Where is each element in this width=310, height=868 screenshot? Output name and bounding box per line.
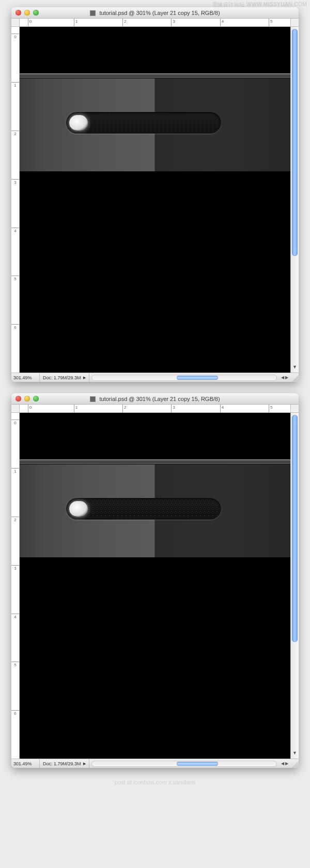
- watermark-bottom: post at iconfans.com x.sarailans: [0, 779, 310, 785]
- scroll-down-icon[interactable]: ▼: [291, 364, 299, 373]
- document-area: 0 1 2 3 4 5 0 1 2 3 4 5 6: [11, 405, 299, 768]
- horizontal-scrollbar[interactable]: [91, 761, 277, 767]
- doc-info[interactable]: Doc: 1.79M/29.3M ▶: [40, 373, 89, 382]
- vertical-scroll-thumb[interactable]: [292, 415, 298, 642]
- vertical-scroll-thumb[interactable]: [292, 29, 298, 256]
- chevron-right-icon[interactable]: ▶: [83, 762, 86, 766]
- resize-handle[interactable]: [290, 374, 299, 382]
- minimize-icon[interactable]: [24, 396, 30, 401]
- titlebar[interactable]: tutorial.psd @ 301% (Layer 21 copy 15, R…: [11, 7, 299, 19]
- zoom-icon[interactable]: [33, 10, 39, 15]
- window-title-text: tutorial.psd @ 301% (Layer 21 copy 15, R…: [99, 396, 220, 402]
- close-icon[interactable]: [16, 10, 21, 15]
- artwork-vent-light: [69, 501, 88, 517]
- horizontal-scroll-thumb[interactable]: [177, 762, 218, 766]
- statusbar: 301.49% Doc: 1.79M/29.3M ▶ ◀ ▶: [11, 759, 299, 768]
- artwork-vent: [66, 112, 221, 134]
- scroll-left-icon[interactable]: ◀: [281, 375, 284, 380]
- artwork-rail: [20, 73, 290, 78]
- chevron-right-icon[interactable]: ▶: [83, 376, 86, 380]
- resize-handle[interactable]: [290, 760, 299, 768]
- document-area: 0 1 2 3 4 5 0 1 2 3 4 5 6: [11, 19, 299, 382]
- photoshop-window: tutorial.psd @ 301% (Layer 21 copy 15, R…: [11, 393, 299, 768]
- photoshop-window: tutorial.psd @ 301% (Layer 21 copy 15, R…: [11, 7, 299, 382]
- ruler-vertical[interactable]: 0 1 2 3 4 5 6: [11, 27, 20, 373]
- window-controls: [16, 10, 39, 15]
- ruler-origin[interactable]: [11, 19, 20, 27]
- artwork-rail: [20, 459, 290, 464]
- horizontal-scrollbar[interactable]: [91, 375, 277, 381]
- scroll-down-icon[interactable]: ▼: [291, 750, 299, 759]
- artwork-vent: [66, 498, 221, 520]
- document-icon: [90, 10, 96, 16]
- ruler-vertical[interactable]: 0 1 2 3 4 5 6: [11, 413, 20, 759]
- close-icon[interactable]: [16, 396, 21, 401]
- zoom-icon[interactable]: [33, 396, 39, 401]
- scroll-arrows: ◀ ▶: [279, 375, 290, 380]
- canvas[interactable]: [20, 27, 290, 373]
- artwork-vent-light: [69, 115, 88, 131]
- ruler-horizontal[interactable]: 0 1 2 3 4 5: [20, 405, 290, 413]
- ruler-corner-right: [290, 405, 299, 413]
- vertical-scrollbar[interactable]: ▼: [290, 27, 299, 373]
- statusbar: 301.49% Doc: 1.79M/29.3M ▶ ◀ ▶: [11, 373, 299, 382]
- zoom-field[interactable]: 301.49%: [11, 373, 40, 382]
- vertical-scrollbar[interactable]: ▼: [290, 413, 299, 759]
- window-title: tutorial.psd @ 301% (Layer 21 copy 15, R…: [11, 396, 299, 402]
- window-controls: [16, 396, 39, 401]
- document-icon: [90, 396, 96, 402]
- canvas[interactable]: [20, 413, 290, 759]
- minimize-icon[interactable]: [24, 10, 30, 15]
- ruler-horizontal[interactable]: 0 1 2 3 4 5: [20, 19, 290, 27]
- zoom-field[interactable]: 301.49%: [11, 759, 40, 768]
- scroll-arrows: ◀ ▶: [279, 761, 290, 766]
- scroll-right-icon[interactable]: ▶: [285, 375, 288, 380]
- titlebar[interactable]: tutorial.psd @ 301% (Layer 21 copy 15, R…: [11, 393, 299, 405]
- window-title: tutorial.psd @ 301% (Layer 21 copy 15, R…: [11, 10, 299, 16]
- window-title-text: tutorial.psd @ 301% (Layer 21 copy 15, R…: [99, 10, 220, 16]
- ruler-corner-right: [290, 19, 299, 27]
- scroll-right-icon[interactable]: ▶: [285, 761, 288, 766]
- scroll-left-icon[interactable]: ◀: [281, 761, 284, 766]
- horizontal-scroll-thumb[interactable]: [177, 376, 218, 380]
- doc-info[interactable]: Doc: 1.79M/29.3M ▶: [40, 759, 89, 768]
- ruler-origin[interactable]: [11, 405, 20, 413]
